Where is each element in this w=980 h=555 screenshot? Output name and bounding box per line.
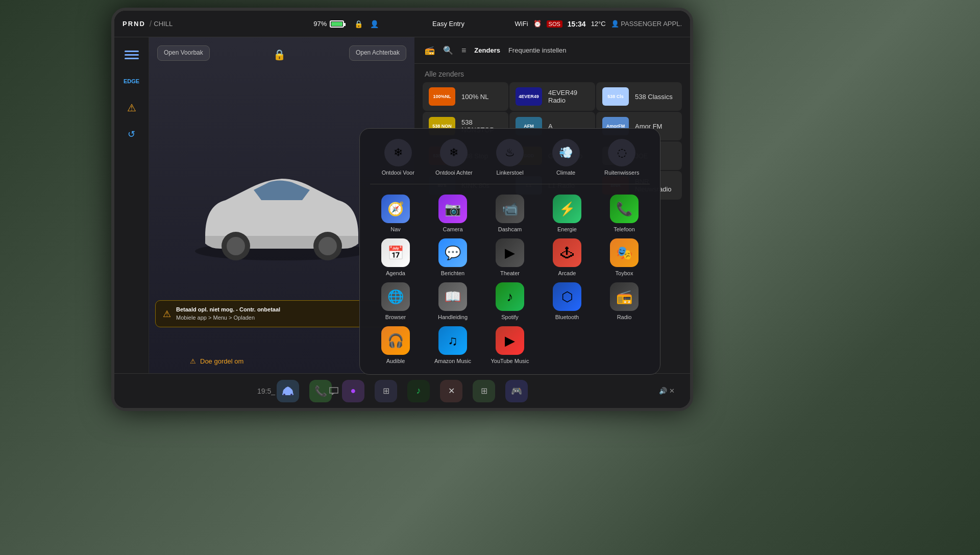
quick-action-icon-linkerstoel: ♨	[496, 139, 524, 166]
radio-section-title: Alle zenders	[414, 64, 690, 82]
battery-icon	[330, 20, 344, 28]
left-sidebar: EDGE ⚠ ↺	[114, 37, 149, 373]
quick-action-icon-ruitenwissers: ◌	[608, 139, 635, 166]
app-item-telefoon[interactable]: 📞 Telefoon	[599, 195, 650, 232]
quick-action-ruitenwissers[interactable]: ◌ Ruitenwissers	[601, 139, 642, 176]
app-label-radio: Radio	[617, 314, 632, 320]
battery-percentage: 97%	[313, 20, 327, 28]
app-item-theater[interactable]: ▶ Theater	[484, 238, 535, 276]
app-icon-energie: ⚡	[553, 195, 581, 223]
app-icon-radio: 📻	[610, 282, 639, 311]
sidebar-icon-warning[interactable]: ⚠	[122, 99, 141, 117]
taskbar-spotify[interactable]: ♪	[407, 380, 430, 402]
taskbar-grid[interactable]: ⊞	[473, 380, 495, 402]
car-lock-icon: 🔒	[273, 49, 286, 61]
drive-mode: CHILL	[154, 20, 173, 28]
quick-action-climate[interactable]: 💨 Climate	[546, 139, 586, 176]
app-item-agenda[interactable]: 📅 Agenda	[370, 238, 421, 276]
car-labels: Open Voorbak 🔒 Open Achterbak	[157, 45, 406, 61]
app-item-bluetooth[interactable]: ⬡ Bluetooth	[542, 282, 593, 320]
app-label-youtube: YouTube Music	[491, 358, 529, 364]
app-item-camera[interactable]: 📷 Camera	[427, 195, 478, 232]
taskbar-gamepad[interactable]: 🎮	[505, 380, 528, 402]
status-icons: WiFi ⏰ SOS 15:34 12°C 👤 PASSENGER APPL.	[515, 20, 682, 28]
volume-icon: 🔊	[659, 387, 667, 395]
taskbar-media[interactable]: ●	[342, 380, 364, 402]
app-label-handleiding: Handleiding	[438, 314, 468, 320]
app-label-audible: Audible	[386, 358, 405, 364]
app-item-youtube[interactable]: ▶ YouTube Music	[484, 326, 535, 364]
app-item-nav[interactable]: 🧭 Nav	[370, 195, 421, 232]
open-achterbak-btn[interactable]: Open Achterbak	[349, 45, 406, 61]
app-label-browser: Browser	[385, 314, 406, 320]
svg-rect-0	[125, 51, 139, 52]
warning-icon: ⚠	[163, 308, 171, 320]
alarm-icon: ⏰	[533, 20, 542, 28]
seatbelt-icon: ⚠	[190, 357, 196, 365]
sidebar-icon-refresh[interactable]: ↺	[122, 125, 141, 143]
sidebar-icon-1[interactable]	[122, 45, 141, 64]
volume-muted-icon: ✕	[669, 387, 675, 395]
quick-action-label-ontdooi-achter: Ontdooi Achter	[435, 170, 473, 176]
app-item-berichten[interactable]: 💬 Berichten	[427, 238, 478, 276]
taskbar-messages	[329, 387, 339, 396]
app-item-dashcam[interactable]: 📹 Dashcam	[484, 195, 535, 232]
app-icon-youtube: ▶	[496, 326, 524, 355]
app-label-energie: Energie	[557, 226, 577, 232]
station-item[interactable]: 538 Cls538 Classics	[596, 82, 682, 111]
app-item-audible[interactable]: 🎧 Audible	[370, 326, 421, 364]
app-icon-amazon: ♫	[438, 326, 467, 355]
app-item-radio[interactable]: 📻 Radio	[599, 282, 650, 320]
app-label-camera: Camera	[443, 226, 462, 232]
app-icon-bluetooth: ⬡	[553, 282, 581, 311]
quick-action-ontdooi-achter[interactable]: ❄ Ontdooi Achter	[433, 139, 474, 176]
tab-frequentie[interactable]: Frequentie instellen	[508, 43, 566, 57]
app-item-energie[interactable]: ⚡ Energie	[542, 195, 593, 232]
open-voorbak-btn[interactable]: Open Voorbak	[157, 45, 210, 61]
taskbar-close[interactable]: ✕	[440, 380, 462, 402]
volume-control[interactable]: 🔊 ✕	[659, 387, 675, 395]
app-icon-agenda: 📅	[381, 238, 410, 267]
quick-action-icon-ontdooi-voor: ❄	[384, 139, 412, 166]
app-label-amazon: Amazon Music	[434, 358, 471, 364]
app-icon-nav: 🧭	[381, 195, 410, 223]
gear-indicator: PRND	[122, 20, 145, 28]
app-item-spotify[interactable]: ♪ Spotify	[484, 282, 535, 320]
taskbar-time: 19:5_	[257, 387, 275, 395]
app-icon-telefoon: 📞	[610, 195, 639, 223]
quick-action-ontdooi-voor[interactable]: ❄ Ontdooi Voor	[378, 139, 419, 176]
app-label-arcade: Arcade	[558, 270, 576, 276]
app-label-theater: Theater	[500, 270, 520, 276]
svg-rect-1	[125, 54, 139, 56]
app-icon-arcade: 🕹	[553, 238, 581, 267]
app-item-browser[interactable]: 🌐 Browser	[370, 282, 421, 320]
tab-zenders[interactable]: Zenders	[474, 43, 500, 57]
quick-action-linkerstoel[interactable]: ♨ Linkerstoel	[489, 139, 530, 176]
svg-point-10	[290, 394, 292, 396]
filter-icon[interactable]: ≡	[461, 46, 466, 55]
app-item-arcade[interactable]: 🕹 Arcade	[542, 238, 593, 276]
app-item-handleiding[interactable]: 📖 Handleiding	[427, 282, 478, 320]
radio-toolbar: 📻 🔍 ≡ Zenders Frequentie instellen	[414, 37, 690, 64]
profile-icon: 👤	[370, 20, 379, 28]
station-item[interactable]: 100%NL100% NL	[423, 82, 508, 111]
app-grid: 🧭 Nav 📷 Camera 📹 Dashcam ⚡ Energie 📞 Tel…	[370, 195, 650, 364]
quick-action-label-ruitenwissers: Ruitenwissers	[604, 170, 639, 176]
taskbar-car[interactable]	[277, 380, 299, 402]
app-icon-spotify: ♪	[496, 282, 524, 311]
warning-title: Betaald opl. niet mog. - Contr. onbetaal	[176, 306, 280, 313]
wifi-icon: WiFi	[515, 20, 528, 28]
app-item-toybox[interactable]: 🎭 Toybox	[599, 238, 650, 276]
radio-icon[interactable]: 📻	[425, 45, 435, 55]
search-icon[interactable]: 🔍	[443, 45, 453, 55]
station-item[interactable]: 4EVER494EVER49 Radio	[509, 82, 595, 111]
app-label-nav: Nav	[390, 226, 401, 232]
taskbar-apps[interactable]: ⊞	[375, 380, 397, 402]
car-image	[185, 159, 379, 272]
sos-badge: SOS	[547, 20, 562, 28]
lock-icon: 🔒	[354, 20, 363, 28]
app-icon-browser: 🌐	[381, 282, 410, 311]
sidebar-icon-edge[interactable]: EDGE	[122, 72, 141, 90]
app-item-amazon[interactable]: ♫ Amazon Music	[427, 326, 478, 364]
quick-action-label-ontdooi-voor: Ontdooi Voor	[382, 170, 414, 176]
